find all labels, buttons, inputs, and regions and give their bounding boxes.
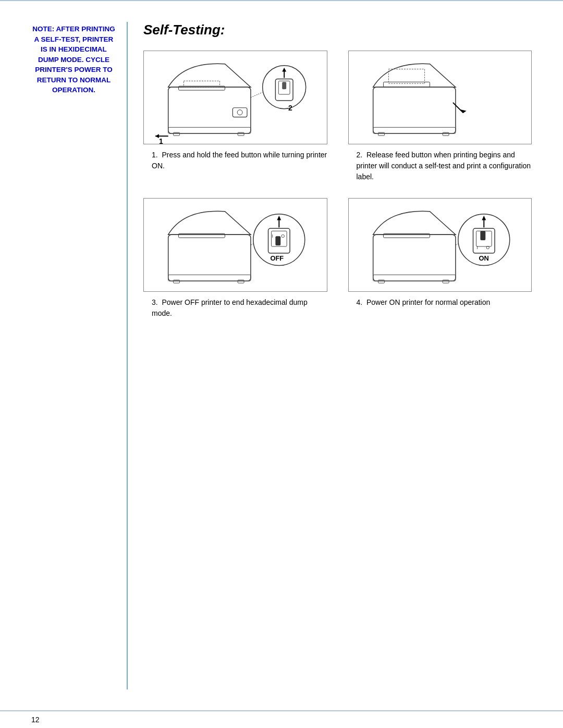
svg-text:I: I xyxy=(272,233,273,239)
svg-text:ON: ON xyxy=(479,254,488,262)
diagram-cell-3: I O OFF 3. Power OFF printer to en xyxy=(143,198,327,319)
diagram-box-4: I O ON xyxy=(348,198,532,292)
svg-rect-20 xyxy=(383,82,430,87)
diagram-box-1: 1 2 xyxy=(143,51,327,144)
diagram-box-3: I O OFF xyxy=(143,198,327,292)
page-number: 12 xyxy=(31,715,40,724)
diagram-box-2 xyxy=(348,51,532,144)
svg-text:O: O xyxy=(281,233,285,239)
svg-text:O: O xyxy=(486,245,489,250)
diagram-caption-3: 3. Power OFF printer to end hexadecimal … xyxy=(143,297,327,319)
svg-rect-7 xyxy=(238,132,244,135)
svg-rect-46 xyxy=(443,280,449,283)
svg-rect-3 xyxy=(232,108,247,117)
svg-rect-50 xyxy=(480,231,485,240)
svg-line-25 xyxy=(452,103,463,113)
diagram-grid: 1 2 xyxy=(143,51,532,319)
svg-rect-45 xyxy=(378,280,384,283)
main-content: Self-Testing: xyxy=(143,22,532,689)
diagram-cell-2: 2. Release feed button when printing beg… xyxy=(348,51,532,182)
svg-rect-35 xyxy=(275,236,280,245)
svg-rect-30 xyxy=(174,280,180,283)
svg-text:OFF: OFF xyxy=(270,254,284,262)
svg-rect-21 xyxy=(388,69,424,84)
svg-text:1: 1 xyxy=(159,137,163,144)
svg-rect-43 xyxy=(383,233,430,238)
svg-rect-42 xyxy=(373,235,455,281)
page: NOTE: AFTER PRINTING A SELF-TEST, PRINTE… xyxy=(0,0,563,728)
svg-text:I: I xyxy=(476,245,478,250)
diagram-caption-1: 1. Press and hold the feed button while … xyxy=(143,150,327,171)
svg-line-18 xyxy=(251,92,263,97)
content-area: NOTE: AFTER PRINTING A SELF-TEST, PRINTE… xyxy=(0,1,563,710)
svg-rect-24 xyxy=(443,132,449,135)
diagram-caption-4: 4. Power ON printer for normal operation xyxy=(348,297,532,308)
svg-marker-26 xyxy=(459,109,466,113)
svg-line-41 xyxy=(251,244,253,245)
sidebar-note: NOTE: AFTER PRINTING A SELF-TEST, PRINTE… xyxy=(31,22,128,689)
svg-rect-23 xyxy=(378,132,384,135)
page-footer: 12 xyxy=(0,711,563,728)
svg-text:2: 2 xyxy=(288,104,292,112)
diagram-cell-4: I O ON 4. Power ON printer for nor xyxy=(348,198,532,319)
svg-rect-28 xyxy=(178,233,225,238)
svg-rect-19 xyxy=(373,87,455,133)
diagram-caption-2: 2. Release feed button when printing beg… xyxy=(348,150,532,182)
svg-rect-27 xyxy=(168,235,251,281)
diagram-cell-1: 1 2 xyxy=(143,51,327,182)
svg-point-4 xyxy=(237,110,242,115)
sidebar-note-text: NOTE: AFTER PRINTING A SELF-TEST, PRINTE… xyxy=(31,24,116,95)
svg-rect-14 xyxy=(282,82,286,89)
section-title: Self-Testing: xyxy=(143,22,532,38)
svg-rect-31 xyxy=(238,280,244,283)
svg-rect-6 xyxy=(174,132,180,135)
svg-marker-9 xyxy=(155,134,159,138)
svg-rect-1 xyxy=(178,86,225,90)
